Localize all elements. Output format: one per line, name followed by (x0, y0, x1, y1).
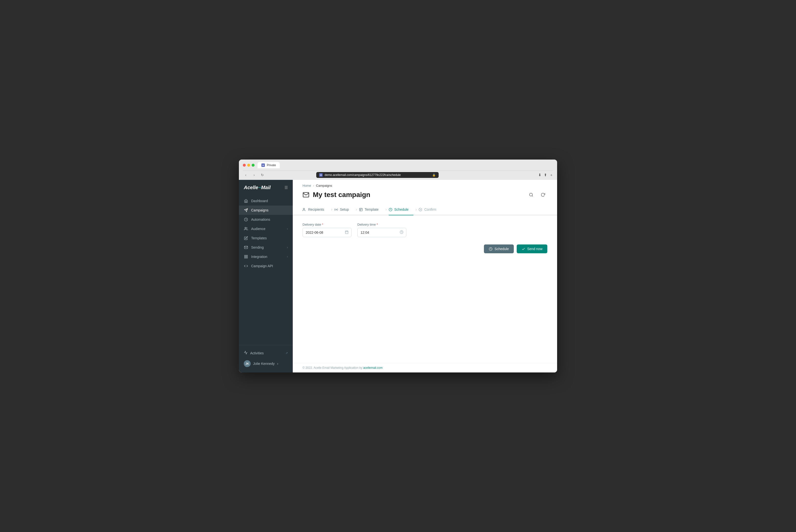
delivery-time-input[interactable] (357, 228, 406, 237)
actions-row: Schedule Send now (303, 245, 547, 253)
schedule-button[interactable]: Schedule (484, 245, 514, 253)
step-sep-2: › (356, 207, 357, 212)
step-confirm[interactable]: Confirm (419, 204, 441, 215)
step-sep-3: › (385, 207, 386, 212)
content-area: Delivery date * (293, 215, 557, 363)
delivery-time-wrapper (357, 228, 406, 237)
svg-rect-4 (245, 255, 246, 256)
delivery-date-wrapper (303, 228, 352, 237)
send-icon (244, 208, 248, 212)
code-icon (244, 264, 248, 268)
breadcrumb-campaigns[interactable]: Campaigns (316, 184, 332, 187)
sidebar-item-automations[interactable]: Automations (239, 215, 293, 224)
svg-point-3 (245, 227, 246, 229)
page-title-row: My test campaign (303, 190, 547, 199)
sidebar-item-dashboard-label: Dashboard (251, 199, 268, 203)
header-actions (527, 190, 547, 199)
breadcrumb: Home › Campaigns (303, 184, 547, 187)
refresh-icon (541, 193, 545, 197)
sending-arrow-icon: › (287, 246, 288, 249)
address-text: demo.acellemail.com/campaigns/612779c222… (325, 173, 430, 177)
delivery-time-label: Delivery time * (357, 223, 406, 226)
audience-arrow-icon: › (287, 227, 288, 230)
delivery-date-group: Delivery date * (303, 223, 352, 237)
delivery-date-input[interactable] (303, 228, 352, 237)
sidebar-item-dashboard[interactable]: Dashboard (239, 196, 293, 206)
search-button[interactable] (527, 190, 535, 199)
breadcrumb-home[interactable]: Home (303, 184, 311, 187)
download-icon[interactable]: ⬇ (538, 173, 542, 177)
home-icon (244, 199, 248, 203)
search-icon (529, 193, 533, 197)
sidebar-item-campaign-api[interactable]: Campaign API (239, 261, 293, 271)
sidebar-user[interactable]: JK Jolie Kennedy › (239, 358, 293, 369)
sidebar-toggle[interactable]: ☰ (284, 185, 288, 190)
lock-icon: 🔒 (432, 173, 436, 177)
step-schedule-label: Schedule (394, 208, 409, 211)
sidebar-item-templates[interactable]: Templates (239, 233, 293, 243)
new-tab-icon[interactable]: ＋ (550, 173, 553, 177)
reload-button[interactable]: ↻ (260, 172, 265, 178)
svg-rect-7 (245, 257, 246, 258)
main-content: Home › Campaigns My test campaign (293, 180, 557, 373)
close-button[interactable] (243, 164, 246, 167)
footer-link[interactable]: acellemail.com (363, 366, 383, 369)
maximize-button[interactable] (252, 164, 254, 167)
send-now-label: Send now (527, 247, 543, 251)
recipients-step-icon (303, 208, 306, 211)
grid-icon (244, 254, 248, 259)
browser-tab[interactable]: M Private (258, 162, 280, 168)
integration-arrow-icon: › (287, 255, 288, 259)
sidebar-item-automations-label: Automations (251, 217, 270, 222)
footer-text: © 2022. Acelle Email Marketing Applicati… (303, 366, 362, 369)
activities-label: Activities (250, 351, 264, 355)
delivery-time-group: Delivery time * (357, 223, 406, 237)
sidebar-item-audience-label: Audience (251, 227, 265, 231)
template-step-icon (359, 208, 363, 211)
address-bar[interactable]: M demo.acellemail.com/campaigns/612779c2… (316, 172, 439, 178)
delivery-form: Delivery date * (303, 223, 547, 237)
users-icon (244, 227, 248, 231)
sidebar: Acelle~Mail ☰ Dashboard (239, 180, 293, 373)
step-setup[interactable]: Setup (334, 204, 354, 215)
sidebar-item-sending-label: Sending (251, 245, 264, 249)
svg-rect-5 (246, 255, 247, 256)
send-now-button[interactable]: Send now (517, 245, 547, 253)
page-title-text: My test campaign (313, 191, 370, 199)
sidebar-item-audience[interactable]: Audience › (239, 224, 293, 233)
sidebar-logo: Acelle~Mail ☰ (239, 180, 293, 194)
step-template[interactable]: Template (359, 204, 383, 215)
delivery-date-label: Delivery date * (303, 223, 352, 226)
step-recipients[interactable]: Recipients (303, 204, 329, 215)
setup-step-icon (334, 208, 338, 211)
refresh-button[interactable] (538, 190, 547, 199)
file-text-icon (244, 236, 248, 240)
tab-label: Private (267, 164, 276, 167)
sidebar-item-campaigns[interactable]: Campaigns (239, 206, 293, 215)
minimize-button[interactable] (247, 164, 250, 167)
sidebar-nav: Dashboard Campaigns (239, 194, 293, 345)
external-link-icon: ↗ (285, 352, 288, 355)
forward-button[interactable]: › (251, 172, 257, 178)
campaign-title-icon (303, 191, 309, 198)
sidebar-activities[interactable]: Activities ↗ (239, 348, 293, 358)
share-icon[interactable]: ⬆ (544, 173, 547, 177)
confirm-step-icon (419, 208, 422, 211)
svg-rect-6 (246, 257, 247, 258)
step-schedule[interactable]: Schedule (389, 204, 413, 215)
sidebar-item-sending[interactable]: Sending › (239, 243, 293, 252)
user-arrow-icon: › (277, 362, 278, 366)
tab-favicon: M (261, 164, 265, 167)
sidebar-item-campaigns-label: Campaigns (251, 208, 268, 212)
schedule-step-icon (389, 208, 392, 211)
user-avatar: JK (244, 360, 251, 367)
sidebar-item-integration[interactable]: Integration › (239, 252, 293, 261)
logo-text: Acelle~Mail (244, 185, 271, 190)
send-now-icon (522, 247, 525, 251)
step-template-label: Template (365, 208, 379, 211)
sidebar-item-integration-label: Integration (251, 255, 267, 259)
step-setup-label: Setup (340, 208, 349, 211)
back-button[interactable]: ‹ (243, 172, 249, 178)
user-name: Jolie Kennedy (253, 362, 274, 366)
svg-point-11 (336, 209, 337, 210)
